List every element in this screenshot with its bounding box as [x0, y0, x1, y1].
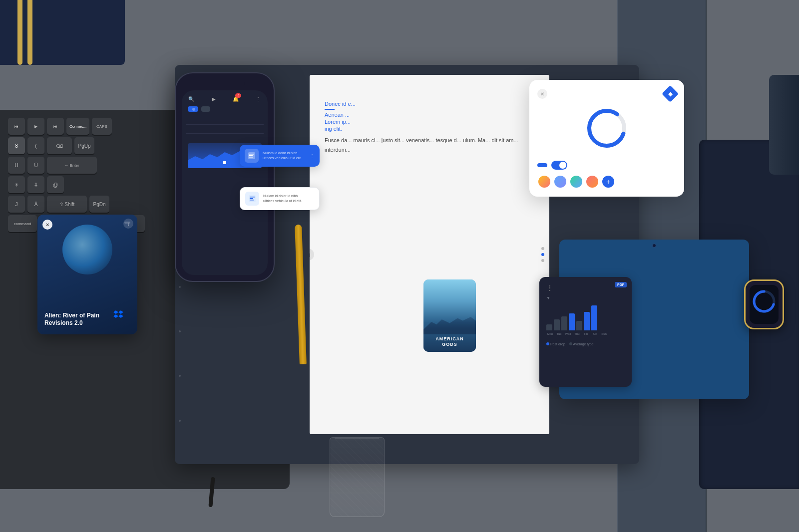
phone-mockup: 🔍 ▶ 🔔 4 ⋮ [175, 72, 275, 282]
book-cover-title: AMERICANGODS [423, 336, 476, 348]
svg-rect-7 [250, 200, 254, 201]
svg-rect-6 [250, 198, 253, 199]
notif-popup-blue-menu[interactable]: ⋮ [310, 153, 315, 159]
phone-notch [205, 79, 245, 88]
key-play[interactable]: ▶ [27, 118, 44, 135]
stats-pdf-badge: PDF [615, 282, 627, 287]
workflow-toggle-row [537, 161, 676, 170]
phone-screen: 🔍 ▶ 🔔 4 ⋮ [182, 90, 268, 275]
notif-popup-blue-icon [245, 149, 259, 163]
workflow-toggle[interactable] [551, 161, 567, 170]
stats-period: ▼ [546, 296, 625, 300]
phone-topbar: 🔍 ▶ 🔔 4 ⋮ [186, 94, 264, 103]
doc-nav-arrow[interactable]: ◀ [310, 249, 314, 261]
key-caps[interactable]: CAPS [92, 118, 112, 135]
phone-list-item-2[interactable] [186, 125, 264, 129]
svg-rect-3 [249, 157, 253, 158]
notebook-decoration [0, 0, 125, 65]
key-backspace[interactable]: ⌫ [47, 137, 72, 154]
gauge-container [584, 106, 629, 151]
phone-list-item-0[interactable] [186, 116, 264, 120]
watch-gauge [752, 289, 777, 314]
avatar-1 [537, 175, 551, 189]
book-close-btn[interactable]: ✕ [42, 220, 52, 230]
key-hash[interactable]: # [27, 176, 44, 193]
stats-bar-chart [546, 305, 625, 330]
phone-tab-inbox[interactable] [188, 106, 198, 112]
key-forward[interactable]: ⏭ [47, 118, 64, 135]
workflow-widget: ✕ ◆ [529, 80, 684, 197]
watch-screen [750, 285, 779, 324]
book-cover-card: + PDF AMERICANGODS [423, 279, 476, 352]
key-paren-open[interactable]: ( [27, 137, 44, 154]
key-u[interactable]: U [8, 157, 25, 174]
key-pgdn2[interactable]: PgDn [89, 196, 109, 213]
bar-thu [569, 313, 575, 331]
doc-link1[interactable]: Donec id e... [325, 101, 534, 107]
key-at[interactable]: @ [47, 176, 64, 193]
widget-content: + [537, 161, 676, 189]
book-download-icon[interactable]: ↓ [123, 219, 133, 229]
doc-nav-dots [541, 247, 544, 262]
key-rewind[interactable]: ⏮ [8, 118, 25, 135]
stats-menu-dots[interactable]: ⋮ [546, 284, 625, 292]
chart-legend: Post drop Average type [546, 338, 625, 347]
notif-popup-blue[interactable]: Nullam id dolor id nibhultrices vehicula… [240, 145, 320, 167]
widget-close-btn[interactable]: ✕ [537, 89, 547, 99]
key-a-umlaut[interactable]: Ä [27, 196, 44, 213]
phone-tab-read[interactable] [201, 106, 210, 112]
notif-popup-white-icon [245, 192, 259, 206]
phone-notif-icon-wrap: 🔔 4 [232, 95, 239, 102]
notebook-spine2 [27, 0, 32, 65]
key-command[interactable]: command [8, 215, 37, 232]
key-enter[interactable]: ← Enter [47, 157, 97, 174]
book-info: Alien: River of PainRevisions 2.0 [44, 310, 130, 327]
notif-popup-white-content: Nullam id dolor id nibhultrices vehicula… [263, 194, 302, 204]
key-u-umlaut[interactable]: Ü [27, 157, 44, 174]
phone-tabs [186, 106, 264, 112]
svg-rect-5 [250, 197, 255, 198]
toggle-knob [559, 162, 566, 169]
phone-list-item-1[interactable] [186, 120, 264, 125]
key-8[interactable]: 8 [8, 137, 25, 154]
phone-more-icon: ⋮ [255, 95, 262, 102]
book-card: ✕ Alien: River of PainRevisions 2.0 ↓ [37, 215, 137, 334]
watch-top-strap [769, 75, 799, 175]
watch-gauge-wrap [753, 289, 776, 314]
widget-gauge [537, 106, 676, 151]
phone-search-icon: 🔍 [188, 95, 195, 102]
svg-rect-2 [249, 155, 253, 156]
book-astronaut-image [62, 225, 112, 274]
notif-popup-blue-content: Nullam id dolor id nibhultrices vehicula… [263, 151, 302, 161]
notif-badge-count: 4 [235, 93, 241, 98]
doc-link3[interactable]: Lorem ip... [325, 119, 534, 125]
avatar-3 [569, 175, 583, 189]
paper-document: ◀ Donec id e... Aenean ... Lorem ip... i… [310, 75, 549, 434]
key-j[interactable]: J [8, 196, 25, 213]
doc-link4[interactable]: ing elit. [325, 126, 534, 132]
bar-wed [561, 316, 567, 330]
key-star[interactable]: ✳ [8, 176, 25, 193]
tablet-camera [652, 244, 656, 248]
watch-body [744, 279, 784, 329]
bar-sat [584, 312, 590, 331]
avatar-2 [553, 175, 567, 189]
widget-diamond-icon: ◆ [662, 85, 679, 102]
avatar-row: + [537, 175, 676, 189]
key-connect[interactable]: Connec... [66, 118, 89, 135]
avatar-4 [585, 175, 599, 189]
bar-tue [554, 319, 560, 330]
phone-list-item-3[interactable] [186, 129, 264, 134]
watch-container [739, 265, 789, 354]
key-pgup[interactable]: PgUp [74, 137, 94, 154]
bar-mon [546, 324, 552, 331]
dropbox-icon [113, 309, 123, 320]
doc-link2[interactable]: Aenean ... [325, 112, 534, 118]
notebook-spine [17, 0, 22, 65]
bar-fri [576, 321, 582, 330]
svg-rect-1 [249, 154, 254, 155]
notif-popup-white[interactable]: Nullam id dolor id nibhultrices vehicula… [240, 187, 320, 210]
add-avatar-btn[interactable]: + [601, 175, 615, 189]
key-shift[interactable]: ⇧ Shift [47, 196, 87, 213]
glass [330, 437, 385, 517]
